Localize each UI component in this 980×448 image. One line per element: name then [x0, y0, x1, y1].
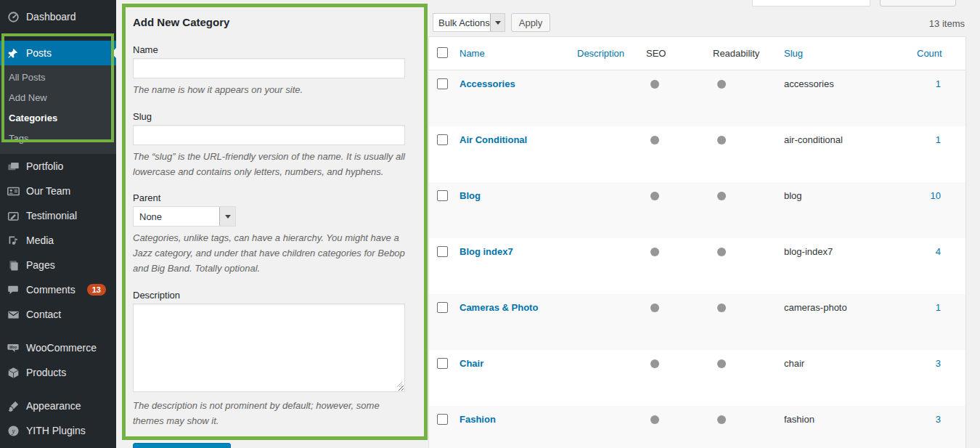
- sidebar-item-portfolio[interactable]: Portfolio: [0, 154, 116, 179]
- description-help-text: The description is not prominent by defa…: [133, 399, 409, 429]
- name-input[interactable]: [133, 58, 405, 78]
- seo-score-dot: [650, 359, 659, 368]
- category-name-link[interactable]: Cameras & Photo: [460, 302, 538, 313]
- sidebar-item-media[interactable]: Media: [0, 228, 116, 253]
- sidebar-item-comments[interactable]: Comments 13: [0, 277, 116, 302]
- sidebar-item-dashboard[interactable]: Dashboard: [0, 4, 116, 29]
- seo-score-dot: [650, 136, 659, 144]
- readability-score-dot: [717, 359, 726, 368]
- menu-separator: [0, 385, 116, 394]
- readability-score-dot: [717, 80, 726, 89]
- seo-score-dot: [650, 415, 659, 424]
- category-count-link[interactable]: 3: [936, 414, 941, 425]
- row-checkbox[interactable]: [437, 78, 448, 89]
- category-name-link[interactable]: Blog index7: [460, 246, 513, 257]
- category-name-link[interactable]: Accessories: [460, 78, 515, 89]
- category-slug: fashion: [784, 414, 814, 425]
- sidebar-item-categories[interactable]: Categories: [0, 107, 116, 128]
- name-label: Name: [133, 44, 417, 55]
- sidebar-item-label: Comments: [26, 284, 75, 296]
- category-count-link[interactable]: 1: [936, 78, 941, 89]
- submenu-item-label: Categories: [9, 113, 57, 123]
- row-checkbox[interactable]: [437, 246, 448, 257]
- row-checkbox[interactable]: [437, 134, 448, 145]
- seo-score-dot: [650, 248, 659, 256]
- sidebar-item-yith-plugins[interactable]: y YITH Plugins: [0, 418, 116, 443]
- category-slug: cameras-photo: [784, 302, 847, 313]
- row-checkbox[interactable]: [437, 414, 448, 425]
- partial-menu-item: [0, 443, 116, 448]
- category-count-link[interactable]: 1: [936, 302, 941, 313]
- row-checkbox[interactable]: [437, 302, 448, 313]
- parent-label: Parent: [133, 192, 417, 203]
- seo-score-dot: [650, 80, 659, 89]
- bulk-actions-select[interactable]: Bulk Actions: [433, 13, 505, 32]
- sidebar-item-posts[interactable]: Posts: [0, 41, 116, 65]
- seo-score-dot: [650, 192, 659, 200]
- sidebar-item-woocommerce[interactable]: Woo WooCommerce: [0, 335, 116, 360]
- category-count-link[interactable]: 3: [936, 358, 941, 369]
- items-count: 13 items: [929, 18, 965, 29]
- select-all-checkbox[interactable]: [437, 47, 448, 58]
- sidebar-item-label: Products: [26, 367, 66, 378]
- table-row: Air Conditional air-conditional 1: [429, 126, 965, 182]
- readability-score-dot: [717, 415, 726, 424]
- seo-column-header: SEO: [646, 48, 666, 59]
- submenu-item-label: Tags: [9, 133, 28, 144]
- add-new-category-button[interactable]: Add New Category: [133, 443, 231, 448]
- categories-list-area: Bulk Actions Apply 13 items Name Descrip…: [428, 0, 980, 448]
- readability-score-dot: [717, 304, 726, 312]
- category-count-link[interactable]: 1: [936, 134, 941, 145]
- add-category-form: Add New Category Name The name is how it…: [126, 7, 424, 436]
- current-menu-arrow-icon: [111, 48, 116, 58]
- svg-text:Woo: Woo: [9, 346, 17, 349]
- sidebar-item-label: YITH Plugins: [26, 425, 86, 436]
- search-categories-button[interactable]: [880, 0, 956, 7]
- apply-button[interactable]: Apply: [511, 13, 550, 32]
- description-textarea[interactable]: [133, 304, 405, 392]
- product-box-icon: [6, 365, 20, 380]
- category-name-link[interactable]: Chair: [460, 358, 483, 369]
- portfolio-icon: [6, 159, 20, 174]
- slug-input[interactable]: [133, 125, 405, 145]
- sidebar-item-our-team[interactable]: Our Team: [0, 179, 116, 203]
- menu-separator: [0, 327, 116, 335]
- table-row: Blog index7 blog-index7 4: [429, 238, 965, 294]
- category-name-link[interactable]: Blog: [460, 190, 481, 201]
- row-checkbox[interactable]: [437, 190, 448, 201]
- sidebar-item-products[interactable]: Products: [0, 360, 116, 385]
- category-name-link[interactable]: Fashion: [460, 414, 496, 425]
- submenu-item-label: All Posts: [9, 72, 46, 83]
- sort-by-name-header[interactable]: Name: [460, 48, 485, 59]
- sidebar-item-appearance[interactable]: Appearance: [0, 394, 116, 418]
- category-count-link[interactable]: 10: [931, 190, 941, 201]
- comment-bubble-icon: [6, 282, 20, 297]
- slug-help-text: The “slug” is the URL-friendly version o…: [133, 150, 409, 180]
- pages-icon: [6, 258, 20, 272]
- search-input[interactable]: [752, 0, 870, 7]
- sidebar-item-label: Our Team: [26, 185, 70, 197]
- categories-table: Name Description SEO Readability Slug Co…: [428, 36, 966, 448]
- sort-by-count-header[interactable]: Count: [917, 48, 942, 59]
- row-checkbox[interactable]: [437, 358, 448, 369]
- sidebar-item-add-new[interactable]: Add New: [0, 87, 116, 107]
- svg-text:y: y: [11, 428, 15, 435]
- sort-by-description-header[interactable]: Description: [577, 48, 624, 59]
- category-name-link[interactable]: Air Conditional: [460, 134, 527, 145]
- readability-score-dot: [717, 136, 726, 144]
- sidebar-item-testimonial[interactable]: Testimonial: [0, 203, 116, 228]
- table-row: Fashion fashion 3: [429, 406, 965, 448]
- category-count-link[interactable]: 4: [936, 246, 941, 257]
- sidebar-item-tags[interactable]: Tags: [0, 128, 116, 148]
- sidebar-item-all-posts[interactable]: All Posts: [0, 67, 116, 87]
- sort-by-slug-header[interactable]: Slug: [784, 48, 803, 59]
- sidebar-item-label: Pages: [26, 259, 55, 271]
- parent-select[interactable]: None: [133, 206, 236, 227]
- media-icon: [6, 233, 20, 248]
- sidebar-item-pages[interactable]: Pages: [0, 253, 116, 277]
- posts-submenu: All Posts Add New Categories Tags: [0, 65, 116, 154]
- readability-score-dot: [717, 248, 726, 256]
- sidebar-item-label: Appearance: [26, 400, 81, 412]
- sidebar-item-contact[interactable]: Contact: [0, 302, 116, 327]
- readability-score-dot: [717, 192, 726, 200]
